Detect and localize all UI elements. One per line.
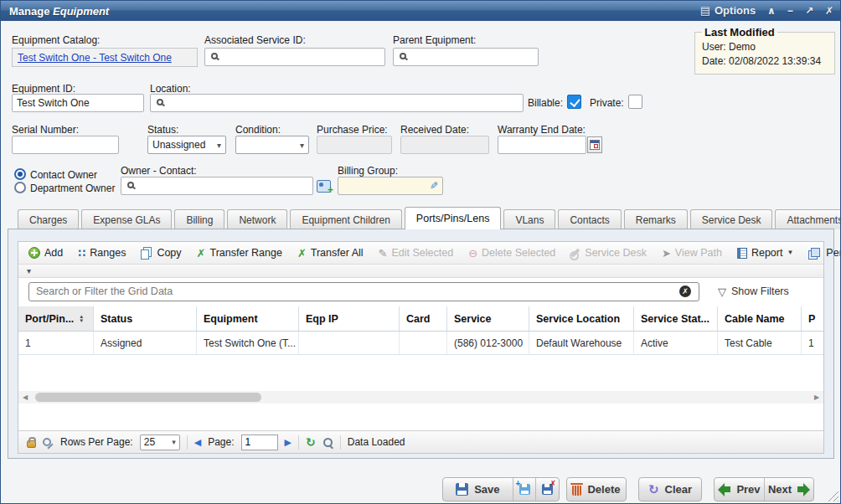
add-button[interactable]: Add <box>22 244 70 262</box>
column-header-cable-name[interactable]: Cable Name <box>718 306 802 331</box>
save-and-close-button[interactable]: ✗ <box>535 478 559 501</box>
ranges-button[interactable]: ∷ Ranges <box>71 244 132 262</box>
equipment-catalog-label: Equipment Catalog: <box>12 34 100 46</box>
billing-group-input[interactable] <box>338 177 443 195</box>
contact-owner-label: Contact Owner <box>30 169 97 181</box>
status-select[interactable]: Unassigned ▾ <box>147 136 226 154</box>
contact-owner-radio[interactable] <box>14 168 26 180</box>
key-icon[interactable] <box>43 437 54 448</box>
clear-search-icon[interactable]: ✗ <box>679 285 691 297</box>
cell-equipment: Test Switch One (T... <box>197 332 299 354</box>
parent-equipment-input[interactable] <box>393 48 539 66</box>
column-header-eqp-ip[interactable]: Eqp IP <box>299 306 400 331</box>
tab-billing[interactable]: Billing <box>174 209 224 229</box>
location-label: Location: <box>150 83 191 95</box>
table-row[interactable]: 1 Assigned Test Switch One (T... (586) 0… <box>18 332 823 355</box>
calendar-button[interactable] <box>587 136 602 153</box>
chevron-down-icon: ▾ <box>217 141 221 150</box>
column-header-service-location[interactable]: Service Location <box>529 306 634 331</box>
tab-network[interactable]: Network <box>227 209 287 229</box>
equipment-catalog-link[interactable]: Test Switch One - Test Switch One <box>18 52 172 64</box>
save-and-new-button[interactable]: + <box>513 478 536 501</box>
overflow-dropdown-icon[interactable]: ▾ <box>27 267 31 275</box>
page-input[interactable] <box>241 435 278 450</box>
collapse-icon[interactable]: ∧ <box>767 1 776 21</box>
column-header-status[interactable]: Status <box>94 306 197 331</box>
transfer-range-button[interactable]: ✗ Transfer Range <box>190 244 289 262</box>
options-button[interactable]: ▤ Options <box>700 1 756 21</box>
add-contact-icon[interactable] <box>317 180 331 193</box>
clear-icon: ↻ <box>648 482 659 497</box>
rows-per-page-select[interactable]: 25 ▾ <box>140 435 180 450</box>
grid-search-row: ✗ ▽ Show Filters <box>18 278 823 305</box>
copy-button[interactable]: Copy <box>134 244 188 262</box>
cell-port-pin: 1 <box>18 332 94 354</box>
department-owner-radio[interactable] <box>14 182 26 193</box>
tab-service-desk[interactable]: Service Desk <box>690 209 773 229</box>
cell-service-location: Default Warehouse <box>529 332 634 354</box>
scrollbar-thumb[interactable] <box>35 393 261 402</box>
show-filters-label: Show Filters <box>731 285 789 297</box>
clear-button[interactable]: ↻ Clear <box>638 477 702 501</box>
save-button[interactable]: Save <box>443 478 513 501</box>
grid-search-input[interactable] <box>28 282 699 301</box>
minimize-icon[interactable]: − <box>787 1 793 21</box>
search-icon <box>211 53 218 59</box>
transfer-all-button[interactable]: ✗ Transfer All <box>291 244 370 262</box>
private-checkbox[interactable] <box>628 95 642 109</box>
maximize-icon[interactable]: ↗ <box>805 1 813 21</box>
page-label: Page: <box>208 436 234 448</box>
resize-handle[interactable] <box>827 490 838 501</box>
show-filters-button[interactable]: ▽ Show Filters <box>718 285 789 298</box>
associated-service-id-input[interactable] <box>204 48 385 66</box>
edit-pencil-icon[interactable]: ✎ <box>430 180 438 192</box>
column-header-equipment[interactable]: Equipment <box>197 306 299 331</box>
delete-button[interactable]: Delete <box>566 477 627 501</box>
serial-number-input[interactable] <box>12 136 119 154</box>
grid-toolbar: Add ∷ Ranges Copy ✗ Transfer Range ✗ Tra… <box>18 242 823 265</box>
view-path-icon: ➤ <box>662 248 671 259</box>
column-header-service[interactable]: Service <box>447 306 529 331</box>
billable-checkbox[interactable] <box>567 95 581 109</box>
tab-charges[interactable]: Charges <box>18 209 79 229</box>
condition-select[interactable]: ▾ <box>235 136 309 154</box>
tab-vlans[interactable]: VLans <box>503 209 555 229</box>
last-modified-title: Last Modified <box>702 26 777 39</box>
location-input[interactable] <box>150 94 524 112</box>
prev-button[interactable]: Prev <box>715 478 764 501</box>
tab-expense-glas[interactable]: Expense GLAs <box>81 209 172 229</box>
next-arrow-icon <box>797 483 810 496</box>
next-button[interactable]: Next <box>764 478 813 501</box>
column-header-card[interactable]: Card <box>400 306 447 331</box>
column-header-service-status[interactable]: Service Stat... <box>634 306 718 331</box>
warranty-end-date-input[interactable] <box>498 136 586 154</box>
tab-remarks[interactable]: Remarks <box>624 209 688 229</box>
close-icon[interactable]: ✗ <box>825 1 833 21</box>
service-desk-button: Service Desk <box>564 244 653 262</box>
associated-service-id-label: Associated Service ID: <box>204 34 306 46</box>
billing-group-label: Billing Group: <box>338 165 398 177</box>
perspectives-button[interactable]: Perspectives <box>802 244 841 262</box>
search-icon <box>400 53 406 59</box>
next-page-icon[interactable]: ▶ <box>285 437 292 448</box>
tab-ports-pins-lens[interactable]: Ports/Pins/Lens <box>405 207 502 229</box>
refresh-icon[interactable]: ↻ <box>306 435 316 449</box>
column-header-p[interactable]: P <box>802 306 823 331</box>
search-grid-icon[interactable] <box>322 437 333 448</box>
report-button[interactable]: Report ▼ <box>730 244 800 262</box>
tab-attachments[interactable]: Attachments <box>775 209 841 229</box>
tab-contacts[interactable]: Contacts <box>558 209 621 229</box>
tab-equipment-children[interactable]: Equipment Children <box>290 209 401 229</box>
prev-page-icon[interactable]: ◀ <box>194 437 201 448</box>
column-header-port-pin[interactable]: Port/Pin... ▲▼ <box>18 306 94 331</box>
scroll-right-icon[interactable]: ▶ <box>810 393 823 401</box>
lock-icon[interactable] <box>27 440 36 448</box>
save-icon <box>456 483 468 496</box>
scrollbar-track[interactable] <box>32 392 810 403</box>
delete-selected-button: ⊖ Delete Selected <box>462 244 562 262</box>
scroll-left-icon[interactable]: ◀ <box>18 393 32 401</box>
received-date-input <box>400 136 489 154</box>
equipment-id-input[interactable] <box>12 94 144 112</box>
owner-contact-input[interactable] <box>121 177 313 195</box>
horizontal-scrollbar: ◀ ▶ <box>18 391 823 404</box>
